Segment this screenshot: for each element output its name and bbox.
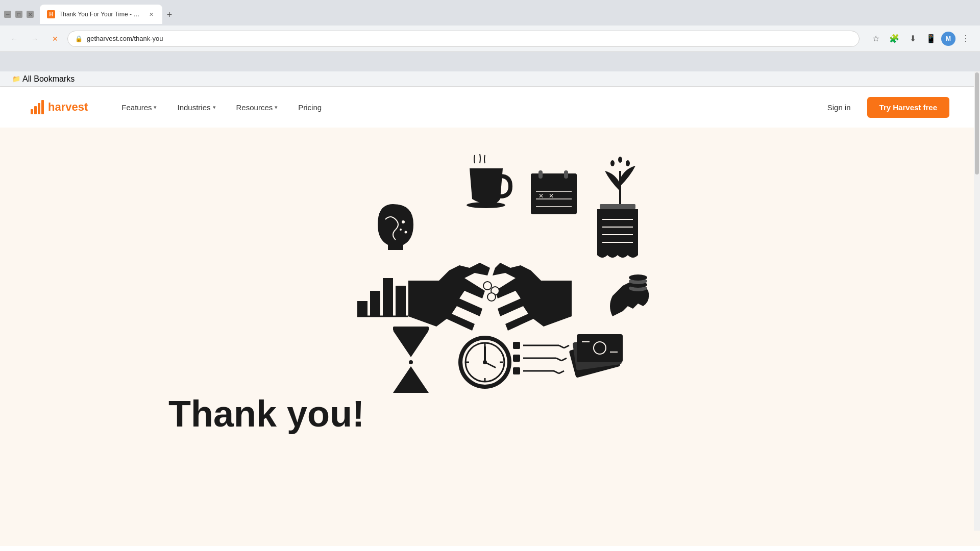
receipt-icon [597, 204, 638, 258]
features-chevron-icon: ▾ [154, 104, 157, 111]
tab-bar: H Thank You For Your Time - Har ✕ + [40, 5, 976, 24]
download-button[interactable]: ⬇ [904, 31, 921, 47]
svg-line-53 [564, 345, 569, 348]
task-list-icon [513, 342, 569, 374]
bar-chart-icon [357, 278, 408, 316]
svg-point-39 [483, 360, 487, 364]
navbar: harvest Features ▾ Industries ▾ Resource… [0, 87, 980, 128]
svg-rect-9 [564, 170, 568, 179]
try-harvest-button[interactable]: Try Harvest free [867, 97, 949, 118]
brain-icon [378, 204, 413, 250]
resources-nav-item[interactable]: Resources ▾ [228, 99, 286, 116]
minimize-button[interactable]: ─ [4, 11, 11, 18]
signin-button[interactable]: Sign in [819, 99, 859, 116]
svg-point-33 [487, 293, 496, 301]
svg-point-29 [409, 360, 413, 364]
svg-rect-8 [538, 170, 543, 179]
svg-rect-24 [370, 291, 380, 316]
features-nav-item[interactable]: Features ▾ [113, 99, 165, 116]
hourglass-icon [393, 327, 429, 393]
svg-line-52 [559, 345, 564, 348]
svg-point-11 [610, 160, 615, 166]
bookmark-star-button[interactable]: ☆ [868, 31, 884, 47]
browser-chrome: ─ □ ✕ H Thank You For Your Time - Har ✕ … [0, 0, 980, 71]
window-controls: ─ □ ✕ [4, 11, 34, 18]
svg-text:✕: ✕ [549, 192, 554, 199]
svg-point-0 [467, 202, 505, 208]
bookmarks-label: All Bookmarks [22, 74, 75, 84]
maximize-button[interactable]: □ [15, 11, 22, 18]
profile-button[interactable]: M [941, 32, 955, 46]
device-button[interactable]: 📱 [923, 31, 939, 47]
bookmarks-folder[interactable]: 📁 All Bookmarks [8, 73, 79, 85]
svg-text:✕: ✕ [538, 192, 544, 199]
industries-nav-item[interactable]: Industries ▾ [169, 99, 224, 116]
browser-titlebar: ─ □ ✕ H Thank You For Your Time - Har ✕ … [0, 0, 980, 26]
svg-point-31 [483, 282, 492, 290]
svg-point-65 [629, 274, 647, 281]
svg-point-15 [400, 229, 402, 231]
extensions-button[interactable]: 🧩 [886, 31, 902, 47]
lock-icon: 🔒 [75, 35, 83, 42]
svg-line-56 [556, 358, 561, 361]
hero-illustration: ✕ ✕ [311, 148, 669, 393]
svg-line-60 [554, 371, 559, 373]
plant-icon [605, 157, 635, 212]
coffee-cup-icon [467, 154, 510, 208]
resources-chevron-icon: ▾ [275, 104, 278, 111]
svg-point-16 [405, 231, 407, 234]
hero-section: ✕ ✕ [0, 128, 980, 485]
svg-rect-46 [577, 334, 623, 362]
svg-line-61 [559, 371, 564, 373]
svg-point-14 [402, 220, 405, 223]
svg-rect-26 [396, 286, 406, 316]
calendar-icon: ✕ ✕ [531, 170, 577, 214]
tab-favicon: H [47, 10, 55, 18]
nav-right: Sign in Try Harvest free [819, 97, 949, 118]
logo-bar-1 [31, 109, 33, 114]
folder-icon: 📁 [12, 75, 20, 83]
svg-point-12 [618, 157, 622, 163]
svg-line-57 [561, 358, 567, 361]
svg-rect-17 [600, 204, 635, 209]
svg-rect-50 [513, 342, 520, 349]
svg-rect-23 [357, 301, 368, 316]
logo[interactable]: harvest [31, 100, 88, 114]
forward-button[interactable]: → [27, 31, 43, 47]
features-label: Features [121, 103, 152, 112]
money-icon [569, 334, 623, 378]
tab-title: Thank You For Your Time - Har [59, 11, 143, 18]
nav-links: Features ▾ Industries ▾ Resources ▾ Pric… [113, 99, 819, 116]
close-button[interactable]: ✕ [27, 11, 34, 18]
coins-hand-icon [610, 274, 649, 316]
svg-rect-58 [513, 367, 520, 374]
resources-label: Resources [236, 103, 273, 112]
illustration-container: ✕ ✕ [311, 148, 669, 403]
svg-point-13 [626, 160, 630, 166]
page-content: harvest Features ▾ Industries ▾ Resource… [0, 87, 980, 546]
new-tab-button[interactable]: + [162, 8, 177, 22]
scrollbar[interactable] [974, 71, 980, 531]
scrollbar-thumb[interactable] [975, 72, 979, 174]
back-button[interactable]: ← [6, 31, 22, 47]
svg-rect-54 [513, 355, 520, 362]
logo-bars-icon [31, 100, 44, 114]
menu-button[interactable]: ⋮ [958, 31, 974, 47]
browser-toolbar: ← → ✕ 🔒 getharvest.com/thank-you ☆ 🧩 ⬇ 📱… [0, 26, 980, 52]
active-tab[interactable]: H Thank You For Your Time - Har ✕ [40, 5, 162, 24]
svg-rect-18 [597, 209, 638, 255]
industries-label: Industries [177, 103, 210, 112]
url-text: getharvest.com/thank-you [87, 35, 852, 42]
address-bar[interactable]: 🔒 getharvest.com/thank-you [67, 31, 860, 47]
handshake-icon [408, 263, 572, 331]
industries-chevron-icon: ▾ [213, 104, 216, 111]
pricing-nav-item[interactable]: Pricing [290, 99, 330, 116]
clock-icon [458, 336, 511, 389]
bookmarks-bar: 📁 All Bookmarks [0, 71, 980, 87]
reload-button[interactable]: ✕ [47, 31, 63, 47]
tab-close-button[interactable]: ✕ [147, 10, 155, 18]
toolbar-icons: ☆ 🧩 ⬇ 📱 M ⋮ [868, 31, 974, 47]
logo-bar-3 [38, 103, 40, 114]
logo-bar-2 [34, 106, 37, 114]
logo-bar-4 [41, 100, 44, 114]
